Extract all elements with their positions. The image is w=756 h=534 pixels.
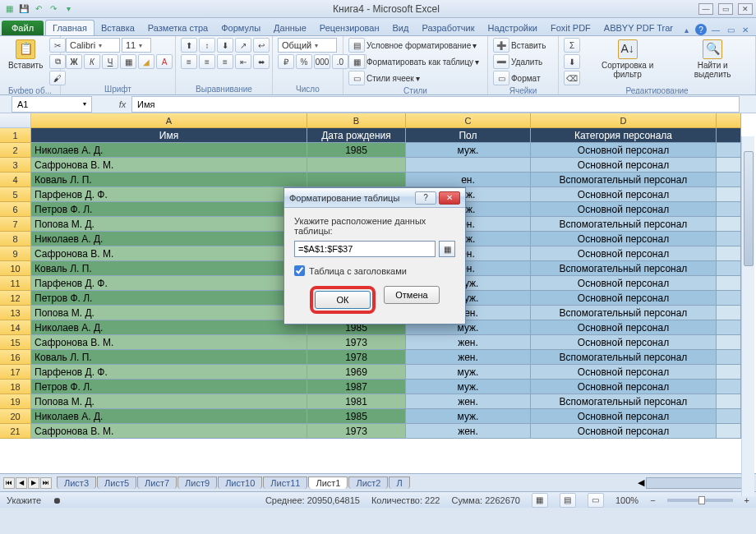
range-input[interactable] (294, 241, 436, 257)
cell[interactable] (717, 394, 741, 409)
table-row[interactable]: 21 Сафронова В. М. 1973 жен. Основной пе… (0, 424, 756, 439)
cell[interactable]: Петров Ф. Л. (31, 202, 307, 217)
cell[interactable]: Основной персонал (531, 335, 717, 350)
sheet-tab-active[interactable]: Лист1 (308, 476, 348, 489)
cell[interactable]: жен. (406, 335, 531, 350)
redo-icon[interactable]: ↷ (48, 3, 59, 15)
comma-icon[interactable]: 000 (314, 54, 330, 69)
zoom-in-icon[interactable]: + (744, 495, 749, 505)
cell[interactable] (717, 246, 741, 261)
conditional-formatting-button[interactable]: ▤Условное форматирование ▾ (348, 38, 477, 53)
tab-abbyy[interactable]: ABBYY PDF Trar (597, 21, 680, 35)
cell[interactable]: Сафронова В. М. (31, 335, 307, 350)
tab-data[interactable]: Данные (267, 21, 313, 35)
row-header[interactable]: 5 (0, 187, 31, 202)
row-header[interactable]: 4 (0, 173, 31, 187)
table-row[interactable]: 1 Имя Дата рождения Пол Категория персон… (0, 128, 756, 143)
find-select-button[interactable]: 🔍Найти и выделить (675, 38, 750, 81)
cell[interactable]: Основной персонал (531, 380, 717, 394)
cell[interactable]: муж. (406, 409, 531, 424)
cell[interactable]: Николаев А. Д. (31, 143, 307, 158)
cell[interactable]: Вспомогательный персонал (531, 217, 717, 232)
headers-checkbox[interactable] (294, 265, 305, 276)
cell[interactable]: 1973 (307, 335, 406, 350)
cell[interactable] (717, 320, 741, 335)
dialog-help-icon[interactable]: ? (415, 191, 436, 205)
workbook-close-icon[interactable]: ✕ (740, 24, 751, 35)
cell[interactable]: Николаев А. Д. (31, 409, 307, 424)
align-right-icon[interactable]: ≡ (217, 54, 233, 69)
cell[interactable]: Основной персонал (531, 320, 717, 335)
cell[interactable]: Категория персонала (531, 128, 717, 143)
col-header-b[interactable]: B (307, 113, 406, 128)
format-as-table-button[interactable]: ▦Форматировать как таблицу ▾ (348, 54, 479, 69)
font-color-icon[interactable]: A (156, 54, 173, 69)
sort-filter-button[interactable]: A↓Сортировка и фильтр (583, 38, 671, 81)
sheet-tab[interactable]: Л (389, 476, 409, 489)
cell[interactable] (717, 365, 741, 380)
hscroll-left-icon[interactable]: ◀ (638, 477, 644, 488)
cell[interactable]: Попова М. Д. (31, 394, 307, 409)
cell[interactable]: Парфенов Д. Ф. (31, 187, 307, 202)
cell[interactable]: Основной персонал (531, 143, 717, 158)
col-header-c[interactable]: C (406, 113, 531, 128)
tab-pagelayout[interactable]: Разметка стра (141, 21, 214, 35)
cell[interactable]: жен. (406, 394, 531, 409)
fill-icon[interactable]: ⬇ (564, 54, 580, 69)
scrollbar-thumb[interactable] (744, 151, 754, 266)
dialog-close-icon[interactable]: ✕ (439, 191, 460, 205)
row-header[interactable]: 17 (0, 365, 31, 380)
tab-review[interactable]: Рецензирован (313, 21, 386, 35)
row-header[interactable]: 2 (0, 143, 31, 158)
cell[interactable] (307, 173, 406, 187)
cell[interactable]: Основной персонал (531, 365, 717, 380)
row-header[interactable]: 3 (0, 158, 31, 173)
select-all-corner[interactable] (0, 113, 31, 128)
cell[interactable]: Петров Ф. Л. (31, 380, 307, 394)
row-header[interactable]: 7 (0, 217, 31, 232)
cell[interactable] (717, 187, 741, 202)
cell[interactable]: Попова М. Д. (31, 306, 307, 320)
tab-view[interactable]: Вид (386, 21, 416, 35)
cell[interactable]: Основной персонал (531, 409, 717, 424)
clear-icon[interactable]: ⌫ (564, 71, 580, 85)
bold-icon[interactable]: Ж (66, 54, 82, 69)
col-header-e[interactable] (717, 113, 741, 128)
cell[interactable]: Сафронова В. М. (31, 424, 307, 439)
col-header-a[interactable]: A (31, 113, 307, 128)
horizontal-scrollbar[interactable] (646, 477, 744, 489)
headers-checkbox-label[interactable]: Таблица с заголовками (294, 265, 455, 276)
cell[interactable] (717, 143, 741, 158)
cell[interactable] (717, 276, 741, 291)
underline-icon[interactable]: Ч (102, 54, 118, 69)
cell[interactable]: 1985 (307, 143, 406, 158)
table-row[interactable]: 2 Николаев А. Д. 1985 муж. Основной перс… (0, 143, 756, 158)
table-row[interactable]: 17 Парфенов Д. Ф. 1969 муж. Основной пер… (0, 365, 756, 380)
save-icon[interactable]: 💾 (18, 3, 30, 15)
cell[interactable]: Основной персонал (531, 202, 717, 217)
workbook-minimize-icon[interactable]: — (710, 24, 721, 35)
ribbon-minimize-icon[interactable]: ▴ (680, 24, 692, 35)
cell[interactable]: Имя (31, 128, 307, 143)
cell[interactable]: 1969 (307, 365, 406, 380)
table-row[interactable]: 4 Коваль Л. П. ен. Вспомогательный персо… (0, 173, 756, 187)
tab-foxit[interactable]: Foxit PDF (544, 21, 597, 35)
cell[interactable]: 1987 (307, 380, 406, 394)
cell[interactable]: 1973 (307, 424, 406, 439)
row-header[interactable]: 1 (0, 128, 31, 143)
cell[interactable]: Николаев А. Д. (31, 232, 307, 246)
row-header[interactable]: 6 (0, 202, 31, 217)
vertical-scrollbar[interactable] (741, 136, 754, 496)
cell[interactable] (717, 261, 741, 276)
cell[interactable]: жен. (406, 424, 531, 439)
row-header[interactable]: 9 (0, 246, 31, 261)
tab-insert[interactable]: Вставка (94, 21, 141, 35)
sheet-tab[interactable]: Лист11 (263, 476, 307, 489)
table-row[interactable]: 19 Попова М. Д. 1981 жен. Вспомогательны… (0, 394, 756, 409)
zoom-out-icon[interactable]: − (650, 495, 655, 505)
merge-icon[interactable]: ⬌ (253, 54, 270, 69)
tab-developer[interactable]: Разработчик (415, 21, 481, 35)
range-selector-icon[interactable]: ▦ (439, 241, 455, 257)
row-header[interactable]: 14 (0, 320, 31, 335)
sheet-tab[interactable]: Лист3 (57, 476, 96, 489)
